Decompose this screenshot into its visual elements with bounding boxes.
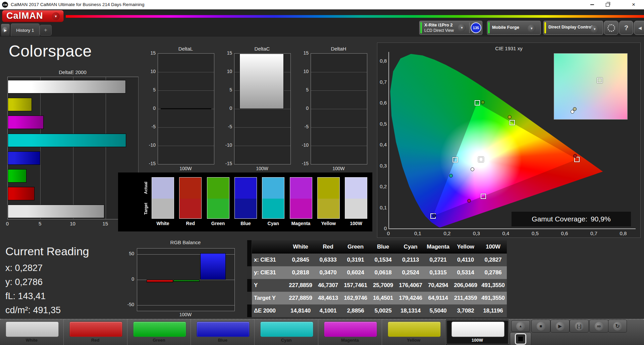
mini-axis-tick-label: -10 bbox=[222, 142, 232, 148]
gridline bbox=[158, 146, 214, 146]
table-cell: 3,7082 bbox=[452, 304, 479, 317]
tab-history-label: History 1 bbox=[16, 28, 34, 33]
continuous-button[interactable]: ∞ bbox=[589, 320, 608, 333]
swatch-target bbox=[345, 199, 367, 218]
pattern-button-yellow[interactable]: Yellow bbox=[382, 320, 446, 345]
gridline bbox=[311, 72, 367, 72]
swatch-label: Yellow bbox=[315, 221, 342, 226]
gridline bbox=[158, 127, 214, 128]
range-button[interactable]: [-] bbox=[570, 320, 589, 333]
plus-icon: + bbox=[44, 27, 47, 33]
pattern-button-green[interactable]: Green bbox=[127, 320, 191, 345]
meter-dropdown[interactable]: X-Rite i1Pro 2 LCD Direct View ▼ 135 bbox=[419, 21, 482, 35]
table-cell: 18,1196 bbox=[479, 304, 507, 317]
maximize-button[interactable] bbox=[600, 0, 615, 9]
table-cell: 0,2786 bbox=[479, 266, 507, 279]
pattern-bar: WhiteRedGreenBlueCyanMagentaYellow100W ▲… bbox=[0, 319, 644, 345]
calman-logo-button[interactable]: CalMAN ▼ bbox=[2, 10, 64, 22]
mini-bar-100w bbox=[239, 54, 284, 109]
pattern-window-mode-button[interactable] bbox=[510, 332, 531, 345]
cie-xaxis-tick-label: 0,8 bbox=[617, 230, 629, 236]
meter-count-badge[interactable]: 135 bbox=[471, 22, 481, 33]
calman-logo-text: CalMAN bbox=[6, 11, 43, 21]
stop-button[interactable]: ■ bbox=[531, 320, 550, 333]
play-icon: ▶ bbox=[556, 322, 565, 331]
swatch-column-white bbox=[152, 177, 174, 219]
mini-axis-tick-label: 15 bbox=[222, 50, 232, 56]
cie-xaxis-tick-label: 0,7 bbox=[588, 230, 600, 236]
add-tab-button[interactable]: + bbox=[40, 25, 52, 36]
table-header-white: White bbox=[287, 240, 314, 254]
mini-chart-plot-deltah bbox=[311, 53, 367, 164]
chevron-down-icon[interactable]: ▼ bbox=[591, 25, 599, 33]
rgb-balance-xlabel: 100W bbox=[137, 312, 234, 317]
pattern-window-icon bbox=[515, 333, 526, 345]
play-circle-icon: ▶ bbox=[2, 27, 9, 33]
gridline bbox=[158, 90, 214, 91]
chevron-left-icon: ◀ bbox=[638, 25, 642, 30]
display-control-name: Direct Display Control bbox=[548, 25, 592, 29]
pattern-button-red[interactable]: Red bbox=[64, 320, 127, 345]
cie-target-marker-magenta bbox=[481, 194, 486, 199]
deltae-axis-tick-label: 15 bbox=[101, 221, 109, 226]
table-row: ΔE 200014,81404,10012,88565,002518,13145… bbox=[252, 304, 507, 317]
table-header-magenta: Magenta bbox=[424, 240, 452, 254]
pattern-swatch bbox=[69, 322, 122, 337]
gridline bbox=[311, 109, 367, 109]
swatch-actual bbox=[262, 178, 284, 199]
gridline bbox=[311, 146, 367, 146]
table-cell: 14,8140 bbox=[287, 304, 314, 317]
pattern-button-100w[interactable]: 100W bbox=[446, 320, 509, 345]
panel-expand-button[interactable]: ▲ bbox=[511, 320, 530, 332]
swatch-actual bbox=[235, 178, 257, 199]
cie-xaxis-tick-label: 0,6 bbox=[558, 230, 571, 236]
mini-chart-plot-deltal bbox=[158, 53, 214, 164]
table-cell: 0,5314 bbox=[452, 266, 479, 279]
table-cell: 162,9746 bbox=[342, 292, 369, 304]
page-nav-button[interactable]: ▶ bbox=[1, 23, 10, 37]
close-button[interactable]: × bbox=[626, 0, 641, 9]
collapse-toolbar-button[interactable]: ◀ bbox=[634, 21, 644, 35]
inset-target-marker bbox=[597, 78, 602, 83]
source-dropdown[interactable]: Mobile Forge ▼ bbox=[487, 21, 541, 35]
swatch-target bbox=[290, 199, 312, 218]
rgb-bar-green bbox=[173, 280, 200, 282]
pattern-label: Blue bbox=[191, 338, 254, 343]
rgb-axis-tick-label: -50 bbox=[124, 302, 134, 307]
gridline bbox=[234, 146, 290, 146]
chevron-glyph: ▼ bbox=[461, 26, 464, 29]
play-button[interactable]: ▶ bbox=[550, 320, 570, 333]
table-cell: 227,8859 bbox=[287, 292, 314, 304]
logo-menu-button[interactable]: ▼ bbox=[52, 12, 60, 20]
table-cell: 4,1001 bbox=[314, 304, 342, 317]
tab-history-1[interactable]: History 1 bbox=[11, 23, 40, 37]
table-cell: 48,4613 bbox=[314, 292, 342, 304]
chevron-down-icon[interactable]: ▼ bbox=[528, 24, 536, 32]
pattern-button-cyan[interactable]: Cyan bbox=[255, 320, 318, 345]
pattern-button-white[interactable]: White bbox=[0, 320, 64, 345]
pattern-label: Yellow bbox=[382, 338, 445, 343]
display-control-dropdown[interactable]: Direct Display Control ▼ bbox=[543, 21, 603, 35]
help-button[interactable]: ? bbox=[619, 21, 633, 35]
pattern-button-blue[interactable]: Blue bbox=[191, 320, 255, 345]
main-content: Colorspace DeltaE 2000 05101520 DeltaL15… bbox=[0, 36, 644, 319]
swatch-target bbox=[262, 199, 284, 218]
mini-chart-xlabel: 100W bbox=[158, 166, 214, 171]
mini-axis-tick-label: 5 bbox=[299, 87, 309, 92]
mini-axis-tick-label: 15 bbox=[299, 50, 309, 56]
pattern-swatch bbox=[260, 322, 313, 337]
swatch-label: 100W bbox=[342, 221, 370, 226]
minimize-icon bbox=[590, 4, 594, 5]
swatch-label: Blue bbox=[232, 221, 260, 226]
settings-button[interactable] bbox=[604, 21, 619, 35]
cie-xaxis-tick-label: 0,1 bbox=[412, 230, 424, 236]
table-row-indicator-strip bbox=[247, 240, 252, 317]
window-titlebar: CM CalMAN 2017 CalMAN Ultimate for Busin… bbox=[0, 0, 644, 9]
table-header-blank bbox=[252, 240, 287, 254]
chevron-down-icon[interactable]: ▼ bbox=[458, 24, 466, 32]
refresh-button[interactable]: ↻ bbox=[608, 320, 627, 333]
swatch-column-yellow bbox=[317, 177, 340, 219]
swatch-column-magenta bbox=[290, 177, 312, 219]
minimize-button[interactable] bbox=[584, 0, 600, 9]
pattern-button-magenta[interactable]: Magenta bbox=[318, 320, 382, 345]
